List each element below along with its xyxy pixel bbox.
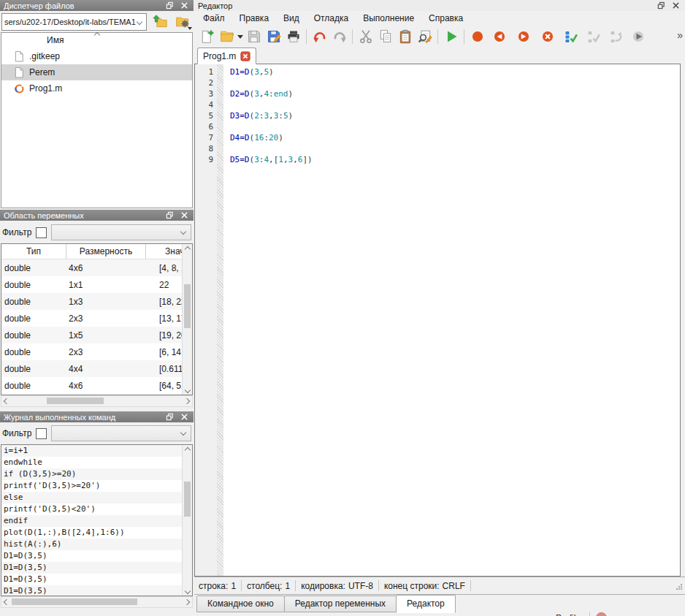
open-file-dropdown-icon[interactable] — [237, 28, 244, 45]
scroll-up-icon[interactable] — [183, 244, 192, 254]
undock-icon[interactable] — [164, 412, 175, 422]
column-header[interactable]: Тип — [1, 244, 66, 259]
history-command[interactable]: D1=D(3,5) — [1, 562, 183, 574]
open-file-icon[interactable] — [217, 28, 237, 45]
variable-row[interactable]: double1x122 — [1, 276, 183, 293]
filter-checkbox[interactable] — [36, 428, 47, 439]
window-tab[interactable]: Редактор — [396, 595, 456, 613]
one-directory-up-button[interactable] — [150, 13, 169, 31]
previous-breakpoint-icon[interactable] — [487, 28, 511, 45]
history-command[interactable]: plot(D(1,:),B([2,4],1:6)) — [1, 527, 183, 539]
copy-icon[interactable] — [375, 28, 395, 45]
scroll-right-icon[interactable] — [184, 398, 190, 404]
undock-icon[interactable] — [164, 210, 175, 220]
scroll-down-icon[interactable] — [183, 385, 192, 395]
history-command[interactable]: if (D(3,5)>=20) — [1, 468, 183, 480]
step-in-icon[interactable] — [582, 28, 605, 45]
variables-table[interactable]: ТипРазмерностьЗнач double4x6[4, 8, 12,do… — [1, 243, 193, 395]
resize-grip-icon[interactable] — [676, 582, 683, 593]
window-tab[interactable]: Редактор переменных — [284, 596, 397, 612]
menu-справка[interactable]: Справка — [421, 11, 470, 26]
vertical-scrollbar[interactable] — [182, 244, 192, 395]
file-row[interactable]: Prog1.m — [1, 80, 192, 96]
horizontal-scrollbar[interactable] — [1, 395, 193, 407]
variable-row[interactable]: double2x3[6, 14, 26 — [1, 343, 183, 360]
chevron-down-icon[interactable] — [137, 18, 142, 24]
menu-файл[interactable]: Файл — [196, 11, 232, 26]
history-command[interactable]: D1=D(3,5) — [1, 574, 183, 585]
close-icon[interactable] — [670, 1, 681, 10]
filter-checkbox[interactable] — [36, 227, 47, 238]
history-command[interactable]: D1=D(3,5) — [1, 585, 183, 596]
toolbar-overflow-icon[interactable]: » — [677, 29, 683, 41]
variable-row[interactable]: double4x6[64, 512, — [1, 377, 183, 394]
toggle-breakpoint-icon[interactable] — [467, 28, 487, 45]
variable-row[interactable]: double4x4[0.6110, — [1, 360, 183, 377]
step-out-icon[interactable] — [605, 28, 627, 45]
scrollbar-thumb[interactable] — [12, 598, 137, 605]
scroll-up-icon[interactable] — [183, 445, 192, 455]
find-and-replace-icon[interactable] — [415, 28, 435, 45]
editor-tab[interactable]: Prog1.m — [197, 47, 256, 64]
column-header[interactable]: Размерность — [66, 244, 146, 259]
menu-правка[interactable]: Правка — [232, 11, 277, 26]
continue-icon[interactable] — [627, 28, 649, 45]
file-list[interactable]: Имя .gitkeepPeremProg1.m — [1, 32, 193, 208]
close-icon[interactable] — [178, 210, 190, 220]
scrollbar-thumb[interactable] — [184, 284, 191, 328]
current-directory-input[interactable]: sers/u202-17/Desktop/it-labs/TEMA1 — [1, 13, 147, 31]
tab-close-icon[interactable] — [240, 51, 250, 61]
remove-all-breakpoints-icon[interactable] — [535, 28, 559, 45]
variable-row[interactable]: double1x5[19, 20, 2 — [1, 327, 183, 343]
run-file-icon[interactable] — [441, 28, 461, 45]
window-tab[interactable]: Командное окно — [196, 596, 285, 612]
next-breakpoint-icon[interactable] — [511, 28, 535, 45]
folder-actions-button[interactable] — [172, 13, 192, 31]
new-script-icon[interactable] — [197, 28, 217, 45]
history-command[interactable]: i=i+1 — [1, 445, 183, 457]
close-icon[interactable] — [178, 412, 190, 422]
history-command[interactable]: else — [1, 492, 183, 503]
file-row[interactable]: .gitkeep — [1, 48, 192, 64]
save-file-as-icon[interactable] — [264, 28, 283, 45]
variable-row[interactable]: double2x3[13, 17, 2 — [1, 310, 183, 327]
scroll-left-icon[interactable] — [4, 398, 9, 404]
horizontal-scrollbar[interactable] — [1, 596, 193, 608]
history-command[interactable]: D1=D(3,5) — [1, 550, 183, 562]
cut-icon[interactable] — [356, 28, 375, 45]
print-icon[interactable] — [283, 28, 303, 45]
undock-icon[interactable] — [655, 1, 667, 10]
scrollbar-thumb[interactable] — [184, 482, 191, 517]
vertical-scrollbar[interactable] — [182, 445, 192, 596]
code-line: D5=D(3:4,[1,3,6]) — [230, 154, 680, 165]
history-command[interactable]: endwhile — [1, 457, 183, 468]
profiler-icon[interactable] — [596, 612, 607, 616]
history-command[interactable]: printf('D(3,5)<20') — [1, 503, 183, 515]
file-row[interactable]: Perem — [1, 64, 192, 80]
code-text[interactable]: D1=D(3,5)D2=D(3,4:end)D3=D(2:3,3:5)D4=D(… — [223, 64, 680, 576]
scroll-down-icon[interactable] — [183, 586, 192, 596]
step-icon[interactable] — [559, 28, 582, 45]
scroll-right-icon[interactable] — [184, 599, 190, 605]
menu-отладка[interactable]: Отладка — [307, 11, 356, 26]
filter-combobox[interactable] — [51, 224, 191, 240]
variable-row[interactable]: double4x6[4, 8, 12, — [1, 259, 183, 276]
undo-icon[interactable] — [310, 28, 329, 45]
scrollbar-thumb[interactable] — [47, 398, 104, 404]
history-command[interactable]: printf('D(3,5)>=20') — [1, 480, 183, 492]
paste-icon[interactable] — [395, 28, 415, 45]
code-editor-area[interactable]: 123456789 D1=D(3,5)D2=D(3,4:end)D3=D(2:3… — [194, 64, 681, 577]
history-list[interactable]: i=i+1endwhileif (D(3,5)>=20)printf('D(3,… — [1, 444, 193, 596]
history-command[interactable]: hist(A(:),6) — [1, 539, 183, 550]
close-icon[interactable] — [178, 1, 190, 10]
menu-выполнение[interactable]: Выполнение — [356, 11, 421, 26]
undock-icon[interactable] — [164, 1, 175, 10]
redo-icon[interactable] — [329, 28, 349, 45]
variable-row[interactable]: double1x3[18, 22, 2 — [1, 293, 183, 310]
save-file-icon[interactable] — [244, 28, 264, 45]
history-command[interactable]: endif — [1, 515, 183, 527]
filter-combobox[interactable] — [51, 425, 191, 441]
history-title: Журнал выполненных команд — [4, 413, 161, 422]
scroll-left-icon[interactable] — [4, 599, 9, 605]
menu-вид[interactable]: Вид — [276, 11, 307, 26]
